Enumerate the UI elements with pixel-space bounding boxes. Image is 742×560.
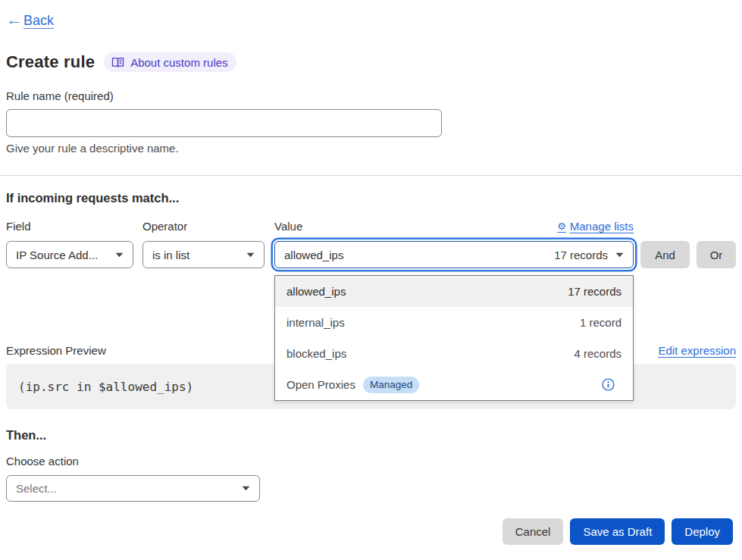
match-section-heading: If incoming requests match... [6, 191, 736, 205]
and-button-col: And [640, 241, 690, 268]
dropdown-item-name: Open Proxies Managed [286, 377, 602, 393]
value-select[interactable]: allowed_ips 17 records [274, 241, 634, 268]
dropdown-item-records: 17 records [568, 285, 621, 298]
footer-actions: Cancel Save as Draft Deploy [6, 518, 736, 545]
dropdown-item-internal-ips[interactable]: internal_ips 1 record [275, 307, 633, 338]
choose-action-placeholder: Select... [16, 482, 234, 495]
condition-row: IP Source Add... is in list allowed_ips … [6, 241, 736, 268]
managed-badge: Managed [363, 377, 419, 393]
value-select-wrap: allowed_ips 17 records allowed_ips 17 re… [274, 241, 634, 268]
save-as-draft-button[interactable]: Save as Draft [570, 518, 665, 545]
chevron-down-icon [246, 252, 255, 258]
cancel-button[interactable]: Cancel [502, 518, 564, 545]
book-icon [111, 57, 124, 68]
operator-select-value: is in list [152, 249, 239, 261]
operator-select[interactable]: is in list [142, 241, 265, 268]
page-title: Create rule [6, 52, 95, 72]
value-label: Value [274, 220, 302, 233]
about-custom-rules-link[interactable]: About custom rules [104, 52, 236, 72]
or-button[interactable]: Or [697, 241, 736, 268]
back-link[interactable]: ←Back [6, 12, 54, 29]
choose-action-select[interactable]: Select... [6, 475, 260, 502]
field-select[interactable]: IP Source Add... [6, 241, 133, 268]
rule-name-helper: Give your rule a descriptive name. [6, 142, 736, 155]
operator-label: Operator [142, 220, 265, 233]
info-icon[interactable] [602, 378, 615, 391]
dropdown-item-allowed-ips[interactable]: allowed_ips 17 records [275, 276, 633, 307]
dropdown-item-blocked-ips[interactable]: blocked_ips 4 records [275, 338, 633, 369]
section-divider [0, 175, 742, 176]
condition-labels-row: Field Operator Value ⚙ Manage lists [6, 220, 736, 233]
then-section-heading: Then... [6, 428, 736, 443]
about-custom-rules-label: About custom rules [130, 56, 227, 69]
or-button-col: Or [697, 241, 736, 268]
value-dropdown-menu: allowed_ips 17 records internal_ips 1 re… [274, 275, 634, 401]
value-select-records: 17 records [554, 249, 608, 261]
and-button[interactable]: And [640, 241, 690, 268]
dropdown-item-records: 1 record [580, 316, 621, 329]
chevron-down-icon [242, 486, 250, 491]
dropdown-item-name: blocked_ips [286, 347, 574, 360]
dropdown-item-open-proxies[interactable]: Open Proxies Managed [275, 369, 633, 400]
field-select-value: IP Source Add... [16, 249, 108, 261]
title-row: Create rule About custom rules [6, 52, 736, 72]
back-arrow-icon: ← [6, 11, 23, 28]
deploy-button[interactable]: Deploy [672, 518, 733, 545]
create-rule-page: ←Back Create rule About custom rules Rul… [0, 0, 742, 545]
dropdown-item-records: 4 records [574, 347, 621, 360]
chevron-down-icon [115, 252, 124, 258]
rule-name-input[interactable] [6, 109, 442, 137]
manage-lists-link[interactable]: ⚙ Manage lists [557, 220, 634, 233]
field-label: Field [6, 220, 133, 233]
rule-name-label: Rule name (required) [6, 89, 736, 102]
gear-icon: ⚙ [557, 221, 566, 231]
value-select-value: allowed_ips [284, 249, 545, 261]
choose-action-label: Choose action [6, 455, 736, 468]
back-label: Back [23, 13, 54, 29]
dropdown-item-name: allowed_ips [286, 285, 568, 298]
expression-preview-label: Expression Preview [6, 344, 106, 357]
dropdown-item-name: internal_ips [286, 316, 580, 329]
expression-code: (ip.src in $allowed_ips) [18, 380, 193, 394]
dropdown-item-name-text: Open Proxies [286, 378, 355, 391]
value-label-row: Value ⚙ Manage lists [274, 220, 634, 233]
chevron-down-icon [615, 252, 624, 258]
manage-lists-label: Manage lists [570, 220, 634, 233]
edit-expression-link[interactable]: Edit expression [658, 344, 736, 357]
